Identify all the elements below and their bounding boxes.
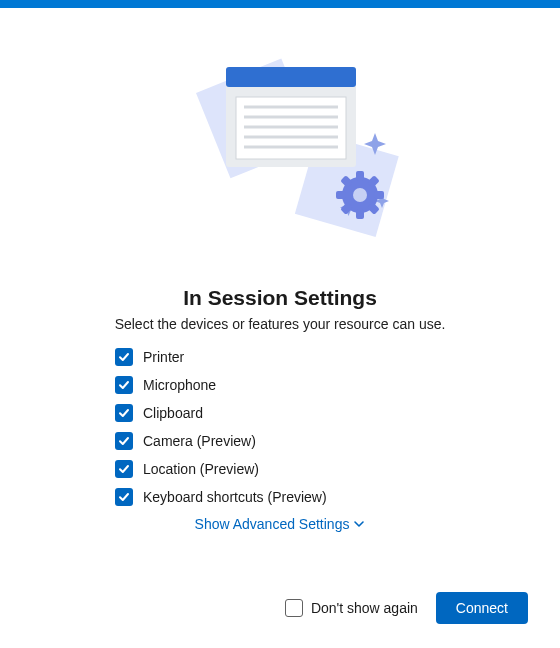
option-microphone[interactable]: Microphone (115, 376, 445, 394)
option-clipboard[interactable]: Clipboard (115, 404, 445, 422)
svg-rect-13 (336, 191, 346, 199)
window-top-accent (0, 0, 560, 8)
dont-show-again-checkbox[interactable]: Don't show again (285, 599, 418, 617)
checkbox-icon (115, 488, 133, 506)
dialog-title: In Session Settings (183, 286, 377, 310)
option-label: Clipboard (143, 405, 203, 421)
svg-rect-3 (226, 67, 356, 87)
svg-rect-11 (356, 171, 364, 181)
checkbox-icon (115, 432, 133, 450)
svg-rect-14 (374, 191, 384, 199)
option-label: Keyboard shortcuts (Preview) (143, 489, 327, 505)
option-camera-preview[interactable]: Camera (Preview) (115, 432, 445, 450)
dialog-footer: Don't show again Connect (285, 592, 528, 624)
dont-show-again-label: Don't show again (311, 600, 418, 616)
show-advanced-settings-label: Show Advanced Settings (195, 516, 350, 532)
dialog-body: In Session Settings Select the devices o… (0, 8, 560, 532)
checkbox-icon (115, 376, 133, 394)
settings-illustration-svg (140, 33, 420, 253)
dialog-subtitle: Select the devices or features your reso… (115, 316, 446, 332)
options-list: PrinterMicrophoneClipboardCamera (Previe… (0, 348, 560, 506)
option-printer[interactable]: Printer (115, 348, 445, 366)
option-label: Printer (143, 349, 184, 365)
chevron-down-icon (353, 518, 365, 530)
option-keyboard-shortcuts-preview[interactable]: Keyboard shortcuts (Preview) (115, 488, 445, 506)
checkbox-icon (115, 404, 133, 422)
show-advanced-settings-link[interactable]: Show Advanced Settings (80, 516, 481, 532)
option-location-preview[interactable]: Location (Preview) (115, 460, 445, 478)
option-label: Location (Preview) (143, 461, 259, 477)
settings-illustration (0, 18, 560, 268)
svg-point-19 (353, 188, 367, 202)
checkbox-icon (115, 348, 133, 366)
connect-button[interactable]: Connect (436, 592, 528, 624)
checkbox-icon (115, 460, 133, 478)
checkbox-icon (285, 599, 303, 617)
svg-rect-12 (356, 209, 364, 219)
option-label: Microphone (143, 377, 216, 393)
option-label: Camera (Preview) (143, 433, 256, 449)
